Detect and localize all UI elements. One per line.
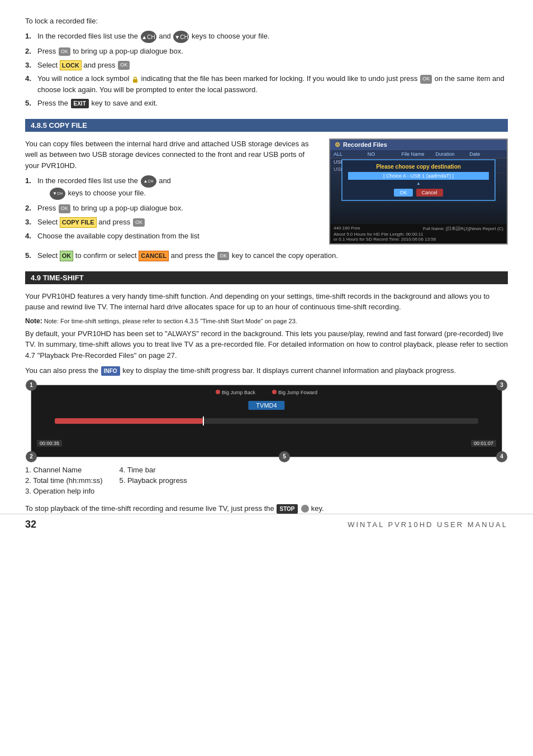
ts-stop-para: To stop playback of the time-shift recor… — [25, 503, 508, 514]
ch-down-btn-2: ▼CH — [50, 188, 65, 200]
legend-1: 1. Channel Name — [25, 466, 102, 474]
ok-btn-step3: OK — [118, 61, 130, 70]
ok-btn-copy5: OK — [217, 252, 229, 261]
exit-btn: EXIT — [71, 99, 89, 108]
svg-rect-0 — [133, 79, 137, 83]
rf-title-bar: ⚙ Recorded Files — [330, 140, 507, 150]
ok-highlight: OK — [60, 251, 74, 261]
rf-icon: ⚙ — [335, 141, 340, 149]
ts-circle-2: 2 — [26, 451, 37, 462]
info-btn: INFO — [101, 366, 120, 376]
recorded-files-screen: ⚙ Recorded Files ALL NO File Name Durati… — [329, 138, 508, 245]
ch-down-btn: ▼CH — [173, 31, 189, 43]
rf-footer: 440 160 Free Full Name: [日本語R(J)]News Re… — [330, 224, 507, 243]
rf-dialog-btns: OK Cancel — [348, 189, 489, 197]
rf-ok-btn[interactable]: OK — [394, 189, 412, 197]
stop-btn: STOP — [277, 504, 297, 514]
ts-para2: By default, your PVR10HD has been set to… — [25, 328, 508, 361]
lock-icon — [131, 75, 139, 83]
ts-legend-left: 1. Channel Name 2. Total time (hh:mm:ss)… — [25, 466, 102, 495]
lock-highlight: LOCK — [60, 60, 82, 71]
ts-circle-3: 3 — [496, 380, 507, 391]
page-number: 32 — [25, 519, 36, 530]
ts-outer-box: 1 3 2 4 5 TVMD4 00:00:35 00:01:07 Big Ju… — [31, 385, 502, 457]
legend-3: 3. Operation help info — [25, 487, 102, 495]
ts-circle-1: 1 — [26, 380, 37, 391]
step-4: 4. You will notice a lock symbol indicat… — [25, 73, 508, 95]
ok-btn-copy2: OK — [59, 204, 70, 213]
cancel-highlight: CANCEL — [139, 251, 169, 261]
manual-title: WINTAL PVR10HD USER MANUAL — [348, 520, 508, 529]
step-3: 3. Select LOCK and press OK — [25, 60, 508, 71]
rf-dialog-title: Please choose copy destination — [348, 164, 489, 170]
legend-2: 2. Total time (hh:mm:ss) — [25, 476, 102, 485]
ts-note: Note: Note: For time-shift settings, ple… — [25, 317, 508, 325]
rf-title: Recorded Files — [343, 141, 387, 148]
timeshift-section: Your PVR10HD features a very handy time-… — [25, 291, 508, 376]
rf-cancel-btn[interactable]: Cancel — [416, 189, 443, 197]
rf-dialog: Please choose copy destination | Choice … — [341, 159, 496, 201]
ch-up-btn: ▲CH — [141, 31, 156, 43]
rf-screen-inner: ⚙ Recorded Files ALL NO File Name Durati… — [330, 140, 507, 243]
copy-file-header: 4.8.5 COPY FILE — [25, 119, 508, 132]
copy-step-1: 1. In the recorded files list use the ▲C… — [25, 175, 319, 200]
rf-table-header: ALL NO File Name Duration Date — [330, 150, 507, 159]
step-2: 2. Press OK to bring up a pop-up dialogu… — [25, 46, 508, 57]
ts-progress-fill — [55, 418, 203, 424]
page-content: To lock a recorded file: 1. In the recor… — [0, 0, 533, 535]
ts-circle-4: 4 — [496, 451, 507, 462]
rf-dialog-option-1: | Choice A - USB 1 (aadrndaT) | — [348, 172, 489, 180]
ts-channel-label: TVMD4 — [248, 401, 284, 410]
ts-para1: Your PVR10HD features a very handy time-… — [25, 291, 508, 313]
copy-step-5: 5. Select OK to confirm or select CANCEL… — [25, 250, 508, 261]
ok-btn-copy3: OK — [133, 218, 145, 227]
ts-time-right: 00:01:07 — [471, 440, 496, 447]
ts-jump-labels: Big Jump Back Big Jump Foward — [31, 390, 502, 395]
copy-step-3: 3. Select COPY FILE and press OK — [25, 217, 319, 228]
ts-legend-right: 4. Time bar 5. Playback progress — [119, 466, 187, 495]
ok-btn-step2: OK — [59, 47, 70, 56]
copy-file-highlight: COPY FILE — [60, 217, 97, 228]
ts-progress-track — [55, 418, 478, 424]
legend-4: 4. Time bar — [119, 466, 187, 474]
ts-para3: You can also press the INFO key to displ… — [25, 365, 508, 376]
copy-file-section: You can copy files between the internal … — [25, 138, 508, 245]
stop-btn-circle — [301, 505, 309, 513]
ok-btn-step4: OK — [420, 75, 432, 84]
ch-up-btn-2: ▲CH — [141, 175, 156, 188]
ts-position-indicator — [203, 417, 204, 425]
step-1: 1. In the recorded files list use the ▲C… — [25, 31, 508, 43]
copy-step-4: 4. Choose the available copy destination… — [25, 231, 319, 242]
step-5: 5. Press the EXIT key to save and exit. — [25, 98, 508, 109]
copy-step-2: 2. Press OK to bring up a pop-up dialogu… — [25, 203, 319, 214]
ts-time-left: 00:00:35 — [37, 440, 62, 447]
copy-intro: You can copy files between the internal … — [25, 138, 319, 171]
ts-circle-5: 5 — [279, 451, 290, 462]
footer-bar: 32 WINTAL PVR10HD USER MANUAL — [0, 514, 533, 535]
ts-legend: 1. Channel Name 2. Total time (hh:mm:ss)… — [25, 466, 508, 495]
copy-file-text: You can copy files between the internal … — [25, 138, 319, 245]
lock-intro: To lock a recorded file: — [25, 17, 508, 25]
timeshift-visualization: 1 3 2 4 5 TVMD4 00:00:35 00:01:07 Big Ju… — [25, 382, 508, 460]
legend-5: 5. Playback progress — [119, 476, 187, 485]
lock-steps: 1. In the recorded files list use the ▲C… — [25, 31, 508, 109]
timeshift-header: 4.9 TIME-SHIFT — [25, 271, 508, 284]
